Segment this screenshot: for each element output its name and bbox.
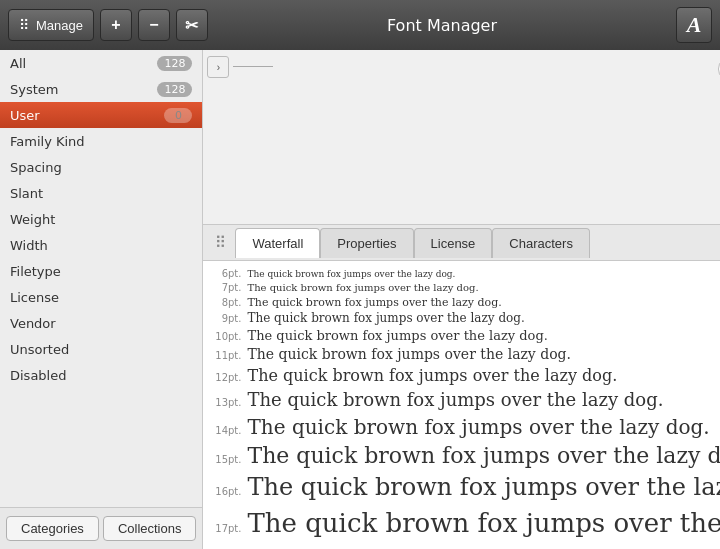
wf-pt-label: 11pt. [211, 349, 241, 363]
sidebar-item-label: All [10, 56, 26, 71]
wf-sample-text: The quick brown fox jumps over the lazy … [247, 471, 720, 505]
sidebar-item-label: System [10, 82, 58, 97]
sidebar-item-weight[interactable]: Weight [0, 206, 202, 232]
wf-sample-text: The quick brown fox jumps over the lazy … [247, 413, 709, 441]
manage-button[interactable]: ⠿ Manage [8, 9, 94, 41]
font-divider [233, 66, 273, 67]
waterfall-row: 16pt.The quick brown fox jumps over the … [211, 471, 720, 505]
wf-pt-label: 7pt. [211, 281, 241, 295]
wf-sample-text: The quick brown fox jumps over the lazy … [247, 441, 720, 472]
manage-label: Manage [36, 18, 83, 33]
bottom-tab-collections[interactable]: Collections [103, 516, 197, 541]
bottom-tabs: CategoriesCollections [0, 507, 202, 549]
wf-pt-label: 14pt. [211, 424, 241, 438]
wf-sample-text: The quick brown fox jumps over the lazy … [247, 365, 617, 387]
wf-sample-text: The quick brown fox jumps over the lazy … [247, 295, 501, 310]
sidebar-item-label: Disabled [10, 368, 66, 383]
drag-handle-icon[interactable]: ⠿ [209, 229, 231, 257]
waterfall-row: 6pt.The quick brown fox jumps over the l… [211, 267, 720, 281]
wf-pt-label: 6pt. [211, 267, 241, 281]
wf-sample-text: The quick brown fox jumps over the lazy … [247, 268, 455, 281]
wf-pt-label: 16pt. [211, 485, 241, 499]
waterfall-row: 10pt.The quick brown fox jumps over the … [211, 327, 720, 345]
remove-icon: − [149, 16, 158, 34]
wf-pt-label: 12pt. [211, 371, 241, 385]
sidebar-item-license[interactable]: License [0, 284, 202, 310]
wf-pt-label: 13pt. [211, 396, 241, 410]
sidebar-item-system[interactable]: System128 [0, 76, 202, 102]
waterfall-row: 18pt.The quick brown fox jumps over the … [211, 541, 720, 549]
waterfall-row: 7pt.The quick brown fox jumps over the l… [211, 281, 720, 295]
manage-icon: ⠿ [19, 17, 29, 33]
app-title: Font Manager [214, 16, 670, 35]
sidebar-item-label: Vendor [10, 316, 56, 331]
sidebar-item-filetype[interactable]: Filetype [0, 258, 202, 284]
sidebar-item-vendor[interactable]: Vendor [0, 310, 202, 336]
sidebar-item-label: Slant [10, 186, 43, 201]
tools-button[interactable]: ✂ [176, 9, 208, 41]
wf-sample-text: The quick brown fox jumps over the lazy … [247, 281, 478, 295]
sidebar-item-label: User [10, 108, 40, 123]
waterfall-row: 8pt.The quick brown fox jumps over the l… [211, 295, 720, 310]
sidebar-badge: 0 [164, 108, 192, 123]
remove-button[interactable]: − [138, 9, 170, 41]
tab-bar: ⠿ WaterfallPropertiesLicenseCharacters [203, 225, 720, 261]
waterfall-row: 12pt.The quick brown fox jumps over the … [211, 365, 720, 387]
right-panel: › 🔍 ⠿ WaterfallPropertiesLicenseCharacte… [203, 50, 720, 549]
wf-pt-label: 17pt. [211, 522, 241, 536]
font-list-area: › 🔍 [203, 50, 720, 225]
sidebar-badge: 128 [157, 82, 192, 97]
sidebar-item-label: Unsorted [10, 342, 69, 357]
font-icon: A [676, 7, 712, 43]
waterfall-panel: 6pt.The quick brown fox jumps over the l… [203, 261, 720, 549]
wf-pt-label: 10pt. [211, 330, 241, 344]
wf-sample-text: The quick brown fox jumps over the lazy … [247, 310, 524, 327]
wf-sample-text: The quick brown fox jumps over the lazy … [247, 541, 720, 549]
sidebar-item-label: Family Kind [10, 134, 85, 149]
waterfall-row: 11pt.The quick brown fox jumps over the … [211, 345, 720, 365]
titlebar: ⠿ Manage + − ✂ Font Manager A [0, 0, 720, 50]
sidebar-item-label: Filetype [10, 264, 61, 279]
tab-waterfall[interactable]: Waterfall [235, 228, 320, 258]
add-button[interactable]: + [100, 9, 132, 41]
expand-icon: › [217, 62, 220, 73]
sidebar-item-label: Spacing [10, 160, 62, 175]
waterfall-row: 17pt.The quick brown fox jumps over the … [211, 505, 720, 541]
sidebar-item-unsorted[interactable]: Unsorted [0, 336, 202, 362]
wf-sample-text: The quick brown fox jumps over the lazy … [247, 387, 663, 412]
sidebar-item-spacing[interactable]: Spacing [0, 154, 202, 180]
wf-pt-label: 9pt. [211, 312, 241, 326]
tools-icon: ✂ [185, 16, 198, 35]
sidebar-item-slant[interactable]: Slant [0, 180, 202, 206]
wf-sample-text: The quick brown fox jumps over the lazy … [247, 327, 547, 345]
sidebar-item-all[interactable]: All128 [0, 50, 202, 76]
wf-sample-text: The quick brown fox jumps over the lazy … [247, 345, 571, 365]
wf-sample-text: The quick brown fox jumps over the lazy … [247, 505, 720, 541]
tab-characters[interactable]: Characters [492, 228, 590, 258]
waterfall-row: 13pt.The quick brown fox jumps over the … [211, 387, 720, 412]
tab-properties[interactable]: Properties [320, 228, 413, 258]
sidebar-item-label: License [10, 290, 59, 305]
waterfall-row: 14pt.The quick brown fox jumps over the … [211, 413, 720, 441]
sidebar-item-width[interactable]: Width [0, 232, 202, 258]
wf-pt-label: 15pt. [211, 453, 241, 467]
sidebar-item-user[interactable]: User0 [0, 102, 202, 128]
main-layout: All128System128User0Family KindSpacingSl… [0, 50, 720, 549]
bottom-tab-categories[interactable]: Categories [6, 516, 99, 541]
sidebar-badge: 128 [157, 56, 192, 71]
sidebar-items-list: All128System128User0Family KindSpacingSl… [0, 50, 202, 507]
sidebar-item-disabled[interactable]: Disabled [0, 362, 202, 388]
expand-button[interactable]: › [207, 56, 229, 78]
waterfall-row: 9pt.The quick brown fox jumps over the l… [211, 310, 720, 327]
tab-license[interactable]: License [414, 228, 493, 258]
sidebar-item-label: Weight [10, 212, 55, 227]
add-icon: + [111, 16, 120, 34]
waterfall-row: 15pt.The quick brown fox jumps over the … [211, 441, 720, 472]
sidebar-item-label: Width [10, 238, 48, 253]
sidebar-item-family-kind[interactable]: Family Kind [0, 128, 202, 154]
sidebar: All128System128User0Family KindSpacingSl… [0, 50, 203, 549]
wf-pt-label: 8pt. [211, 296, 241, 310]
